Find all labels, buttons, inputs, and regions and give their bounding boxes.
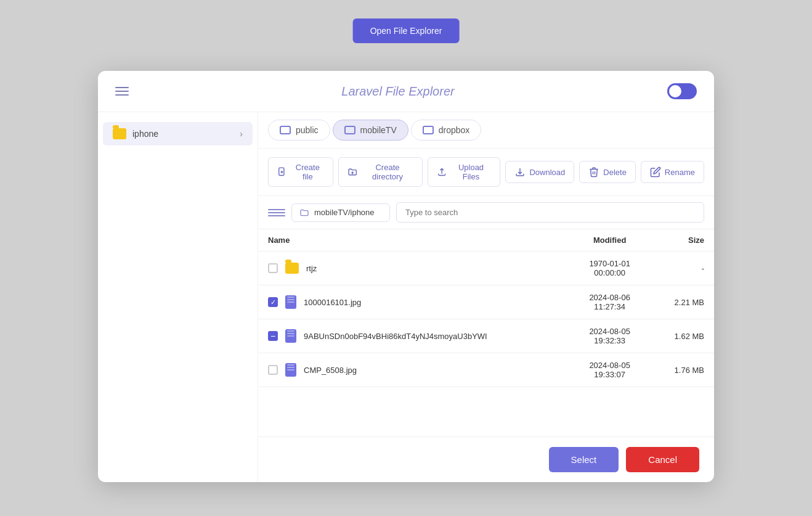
file-explorer-modal: Laravel File Explorer iphone ›	[98, 71, 714, 482]
file-name: rtjz	[306, 264, 317, 273]
hamburger-icon[interactable]	[115, 87, 129, 96]
file-name: 9ABUnSDn0obF94vBHi86kdT4yNJ4smoyaU3bYWI	[304, 332, 487, 341]
toolbar: Create file Create directory	[258, 149, 714, 196]
tab-public-label: public	[296, 125, 319, 135]
delete-icon	[588, 166, 599, 178]
sidebar-item-iphone[interactable]: iphone ›	[103, 122, 253, 145]
disk-icon	[280, 126, 291, 134]
download-label: Download	[529, 168, 565, 177]
file-name-cell: rtjz	[258, 252, 570, 285]
file-name-cell: −9ABUnSDn0obF94vBHi86kdT4yNJ4smoyaU3bYWI	[258, 319, 570, 353]
tab-dropbox-label: dropbox	[439, 125, 470, 135]
theme-toggle-wrapper[interactable]	[667, 83, 697, 99]
table-row: rtjz1970-01-01 00:00:00-	[258, 252, 714, 285]
table-row: ✓1000016101.jpg2024-08-06 11:27:342.21 M…	[258, 285, 714, 319]
modal-footer: Select Cancel	[258, 436, 714, 482]
file-table: Name Modified Size rtjz1970-01-01 00:00:…	[258, 229, 714, 387]
file-icon	[285, 363, 296, 377]
file-checkbox[interactable]	[268, 365, 278, 375]
file-modified: 2024-08-05 19:33:07	[570, 353, 649, 387]
file-icon	[285, 329, 296, 343]
select-button[interactable]: Select	[549, 447, 619, 472]
create-file-label: Create file	[291, 163, 324, 181]
col-name-header: Name	[258, 229, 570, 252]
create-directory-button[interactable]: Create directory	[338, 157, 423, 187]
folder-path-icon	[299, 208, 309, 218]
search-input[interactable]	[396, 202, 704, 223]
upload-icon	[437, 166, 447, 178]
file-checkbox[interactable]: −	[268, 331, 278, 341]
sidebar: iphone ›	[98, 112, 258, 482]
file-icon	[285, 295, 296, 309]
folder-icon	[285, 263, 299, 274]
folder-icon	[113, 128, 126, 139]
col-modified-header: Modified	[570, 229, 649, 252]
file-size: 2.21 MB	[649, 285, 714, 319]
tab-mobileTV[interactable]: mobileTV	[333, 120, 408, 141]
file-modified: 2024-08-06 11:27:34	[570, 285, 649, 319]
path-value: mobileTV/iphone	[314, 208, 375, 217]
rename-button[interactable]: Rename	[641, 161, 704, 183]
disk-icon	[344, 126, 355, 134]
rename-label: Rename	[665, 168, 695, 177]
theme-toggle[interactable]	[667, 83, 697, 99]
create-file-button[interactable]: Create file	[268, 157, 333, 187]
table-row: −9ABUnSDn0obF94vBHi86kdT4yNJ4smoyaU3bYWI…	[258, 319, 714, 353]
file-list: Name Modified Size rtjz1970-01-01 00:00:…	[258, 229, 714, 436]
table-row: CMP_6508.jpg2024-08-05 19:33:071.76 MB	[258, 353, 714, 387]
upload-files-label: Upload Files	[451, 163, 492, 181]
path-bar: mobileTV/iphone	[258, 196, 714, 229]
tab-public[interactable]: public	[268, 120, 330, 141]
chevron-right-icon: ›	[240, 129, 243, 139]
create-directory-icon	[347, 166, 357, 178]
disk-icon	[423, 126, 434, 134]
delete-button[interactable]: Delete	[579, 161, 636, 183]
file-name-cell: ✓1000016101.jpg	[258, 285, 570, 319]
toggle-knob	[669, 85, 681, 97]
list-view-icon[interactable]	[268, 204, 285, 221]
rename-icon	[650, 166, 661, 178]
upload-files-button[interactable]: Upload Files	[428, 157, 500, 187]
delete-label: Delete	[603, 168, 627, 177]
file-modified: 2024-08-05 19:32:33	[570, 319, 649, 353]
file-size: 1.76 MB	[649, 353, 714, 387]
file-modified: 1970-01-01 00:00:00	[570, 252, 649, 285]
create-directory-label: Create directory	[362, 163, 413, 181]
path-display: mobileTV/iphone	[291, 203, 390, 222]
modal-header: Laravel File Explorer	[98, 71, 714, 112]
create-file-icon	[277, 166, 287, 178]
tabs-bar: public mobileTV dropbox	[258, 112, 714, 149]
modal-body: iphone › public mobileTV dropbox	[98, 112, 714, 482]
file-name: CMP_6508.jpg	[304, 366, 357, 375]
modal-title: Laravel File Explorer	[341, 84, 454, 99]
file-name: 1000016101.jpg	[304, 298, 361, 307]
file-size: -	[649, 252, 714, 285]
file-name-cell: CMP_6508.jpg	[258, 353, 570, 387]
cancel-button[interactable]: Cancel	[626, 447, 699, 472]
file-size: 1.62 MB	[649, 319, 714, 353]
col-size-header: Size	[649, 229, 714, 252]
main-content: public mobileTV dropbox	[258, 112, 714, 482]
download-button[interactable]: Download	[505, 161, 574, 183]
sidebar-item-label: iphone	[132, 129, 158, 139]
tab-dropbox[interactable]: dropbox	[411, 120, 482, 141]
file-checkbox[interactable]: ✓	[268, 297, 278, 307]
download-icon	[514, 166, 526, 178]
file-checkbox[interactable]	[268, 263, 278, 273]
tab-mobileTV-label: mobileTV	[360, 125, 397, 135]
open-file-explorer-button[interactable]: Open File Explorer	[353, 18, 460, 43]
